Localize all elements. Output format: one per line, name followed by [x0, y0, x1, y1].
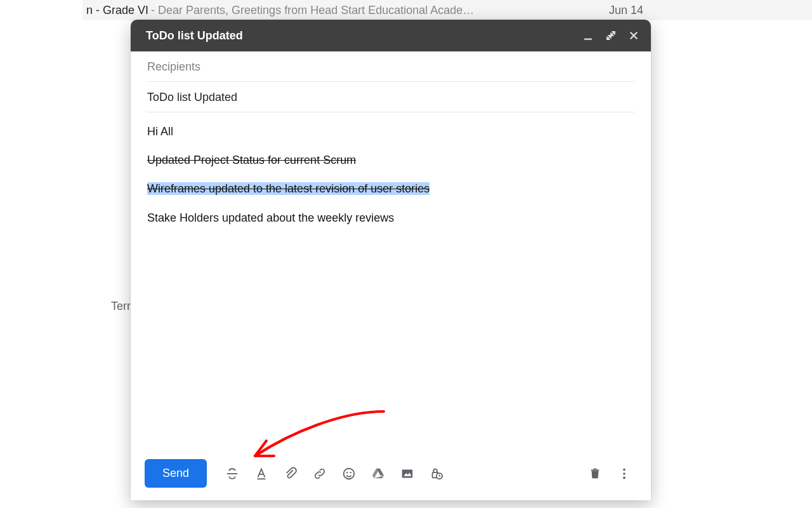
- close-icon: [628, 30, 639, 41]
- insert-link-button[interactable]: [307, 461, 332, 486]
- inbox-row[interactable]: n - Grade VI - Dear Parents, Greetings f…: [82, 0, 812, 20]
- svg-point-12: [623, 472, 625, 475]
- body-greeting: Hi All: [147, 124, 634, 140]
- insert-drive-button[interactable]: [365, 461, 391, 486]
- svg-rect-9: [591, 469, 599, 471]
- svg-rect-6: [402, 469, 413, 478]
- body-line-3: Stake Holders updated about the weekly r…: [147, 210, 634, 226]
- body-line-2-selected: Wireframes updated to the latest revisio…: [147, 182, 429, 195]
- background-text-fragment: Terr: [111, 300, 131, 313]
- fullscreen-button[interactable]: [605, 30, 617, 41]
- compose-body[interactable]: Hi All Updated Project Status for curren…: [131, 112, 651, 450]
- emoji-icon: [342, 467, 356, 481]
- trash-icon: [588, 467, 602, 481]
- more-vert-icon: [617, 467, 631, 481]
- svg-point-11: [623, 468, 625, 471]
- inbox-row-preview: - Dear Parents, Greetings from Head Star…: [151, 4, 474, 17]
- inbox-row-title-fragment: n - Grade VI: [86, 4, 148, 17]
- recipients-placeholder: Recipients: [147, 60, 200, 73]
- compose-toolbar: Send: [131, 450, 651, 500]
- discard-draft-button[interactable]: [582, 461, 608, 486]
- insert-emoji-button[interactable]: [336, 461, 362, 486]
- text-format-icon: [254, 467, 268, 481]
- svg-point-5: [350, 471, 351, 472]
- compose-header: ToDo list Updated: [131, 20, 651, 51]
- svg-rect-0: [584, 39, 592, 40]
- attach-button[interactable]: [278, 461, 303, 486]
- formatting-button[interactable]: [249, 461, 274, 486]
- send-button[interactable]: Send: [145, 459, 207, 488]
- more-options-button[interactable]: [612, 461, 637, 486]
- svg-point-13: [623, 476, 625, 479]
- image-icon: [400, 467, 414, 481]
- link-icon: [313, 467, 327, 481]
- svg-point-4: [346, 471, 348, 472]
- inbox-row-date: Jun 14: [609, 4, 643, 17]
- close-button[interactable]: [628, 30, 639, 41]
- insert-photo-button[interactable]: [395, 461, 420, 486]
- svg-rect-10: [593, 468, 597, 469]
- paperclip-icon: [284, 467, 298, 481]
- drive-icon: [371, 467, 385, 481]
- strikethrough-button[interactable]: [219, 461, 245, 486]
- compose-window: ToDo list Updated Recipients ToDo list U…: [131, 20, 651, 500]
- recipients-field[interactable]: Recipients: [147, 51, 634, 82]
- confidential-mode-button[interactable]: [424, 461, 449, 486]
- strikethrough-icon: [225, 467, 239, 481]
- compose-title: ToDo list Updated: [146, 29, 243, 43]
- lock-clock-icon: [429, 467, 443, 481]
- subject-field[interactable]: ToDo list Updated: [147, 82, 634, 112]
- subject-text: ToDo list Updated: [147, 91, 237, 104]
- minimize-icon: [582, 30, 594, 41]
- minimize-button[interactable]: [582, 30, 594, 41]
- body-line-1: Updated Project Status for current Scrum: [147, 154, 356, 166]
- expand-icon: [605, 30, 617, 41]
- svg-point-3: [344, 468, 355, 479]
